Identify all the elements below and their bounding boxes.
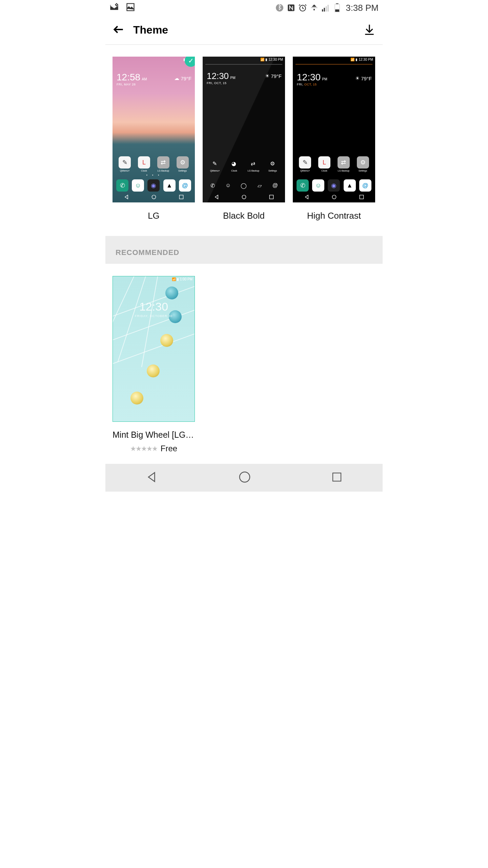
preview-weather: ☁ 79°F	[174, 75, 191, 81]
preview-navbar	[203, 193, 285, 201]
bluetooth-icon	[275, 3, 284, 12]
theme-card-black-bold[interactable]: 📶 ▮ 12:30 PM 12:30 PM FRI, OCT, 15 ☀ 79°…	[203, 57, 285, 221]
preview-statusbar: 📶 ▮ 12:30 PM	[350, 58, 373, 61]
recommended-row: 📶 ▮ 1:00 PM 12:30 FRIDAY, OCTOBER 30 Min…	[105, 264, 383, 453]
preview-clock: 12:30 PM FRI, OCT, 15	[297, 72, 327, 86]
svg-point-16	[332, 195, 336, 199]
preview-clock: 12:58 AM FRI, MAY 28	[117, 72, 147, 86]
status-bar: 3:38 PM	[105, 0, 383, 16]
themes-row: ✓ ▮ 12:5 12:58 AM FRI, MAY 28 ☁ 79°F ✎QM…	[105, 45, 383, 221]
nfc-icon	[287, 3, 296, 12]
status-right: 3:38 PM	[275, 3, 379, 13]
back-button[interactable]	[112, 23, 125, 37]
nav-recent-button[interactable]	[331, 471, 343, 485]
preview-weather: ☀ 79°F	[355, 75, 372, 81]
alarm-icon	[298, 3, 307, 12]
preview-navbar	[293, 193, 375, 201]
theme-label: High Contrast	[293, 211, 375, 221]
nav-home-button[interactable]	[238, 470, 251, 485]
svg-point-12	[152, 195, 156, 199]
svg-rect-13	[179, 195, 183, 199]
preview-icons: ✎QMemo+ LClock ⇄LG Backup ⚙Settings	[113, 156, 195, 172]
nav-back-button[interactable]	[145, 470, 159, 485]
preview-navbar	[113, 193, 195, 201]
preview-statusbar: 📶 ▮ 1:00 PM	[172, 277, 192, 281]
signal-icon	[321, 3, 330, 12]
theme-preview: 📶 ▮ 12:30 PM 12:30 PM FRI, OCT, 15 ☀ 79°…	[293, 57, 375, 202]
app-bar: Theme	[105, 16, 383, 45]
preview-icons: ✎QMemo+ LClock ⇄LG Backup ⚙Settings	[293, 156, 375, 172]
theme-label: LG	[113, 211, 195, 221]
preview-dock: ✆ ☺ ◉ ▲ @	[293, 179, 375, 192]
svg-point-1	[276, 4, 283, 12]
status-left	[109, 2, 135, 13]
svg-rect-5	[322, 9, 323, 12]
rating-stars: ★★★★★	[130, 445, 157, 453]
preview-date: FRIDAY, OCTOBER 30	[113, 314, 195, 318]
section-title: RECOMMENDED	[116, 248, 372, 257]
preview-dock: ✆ ☺ ◉ ▲ @	[113, 179, 195, 192]
theme-label: Black Bold	[203, 211, 285, 221]
system-nav-bar	[105, 464, 383, 492]
page-title: Theme	[133, 24, 168, 36]
recommended-label: Mint Big Wheel [LG H...	[113, 430, 195, 440]
mail-icon	[109, 2, 119, 13]
svg-rect-6	[324, 8, 325, 12]
price-label: Free	[161, 444, 177, 453]
theme-card-lg[interactable]: ✓ ▮ 12:5 12:58 AM FRI, MAY 28 ☁ 79°F ✎QM…	[113, 57, 195, 221]
preview-statusbar: 📶 ▮ 12:30 PM	[260, 58, 283, 61]
preview-clock: 12:30	[113, 300, 195, 313]
wifi-icon	[310, 3, 319, 12]
selected-check-icon: ✓	[185, 57, 195, 67]
status-time: 3:38 PM	[346, 3, 379, 13]
battery-icon	[333, 3, 342, 12]
download-button[interactable]	[363, 23, 376, 37]
gallery-icon	[126, 2, 135, 13]
preview-weather: ☀ 79°F	[265, 73, 282, 79]
svg-rect-15	[269, 195, 273, 199]
preview-dock: ✆ ☺ ◯ ▱ @	[203, 179, 285, 192]
preview-icons: ✎QMemo+ ◕Clock ⇄LG Backup ⚙Settings	[203, 157, 285, 172]
section-header-recommended: RECOMMENDED	[105, 236, 383, 264]
svg-rect-8	[328, 5, 329, 12]
svg-rect-7	[326, 6, 327, 12]
theme-card-high-contrast[interactable]: 📶 ▮ 12:30 PM 12:30 PM FRI, OCT, 15 ☀ 79°…	[293, 57, 375, 221]
svg-rect-19	[333, 473, 341, 481]
theme-preview: ✓ ▮ 12:5 12:58 AM FRI, MAY 28 ☁ 79°F ✎QM…	[113, 57, 195, 202]
preview-clock: 12:30 PM FRI, OCT, 15	[207, 71, 236, 85]
svg-point-18	[240, 472, 250, 482]
recommended-meta: ★★★★★ Free	[113, 444, 195, 453]
svg-rect-11	[335, 9, 339, 12]
recommended-card-mint[interactable]: 📶 ▮ 1:00 PM 12:30 FRIDAY, OCTOBER 30 Min…	[113, 276, 195, 453]
svg-point-4	[313, 9, 315, 10]
svg-rect-17	[360, 195, 363, 199]
theme-preview: 📶 ▮ 12:30 PM 12:30 PM FRI, OCT, 15 ☀ 79°…	[203, 57, 285, 202]
svg-point-14	[242, 195, 246, 199]
recommended-preview: 📶 ▮ 1:00 PM 12:30 FRIDAY, OCTOBER 30	[113, 276, 195, 422]
